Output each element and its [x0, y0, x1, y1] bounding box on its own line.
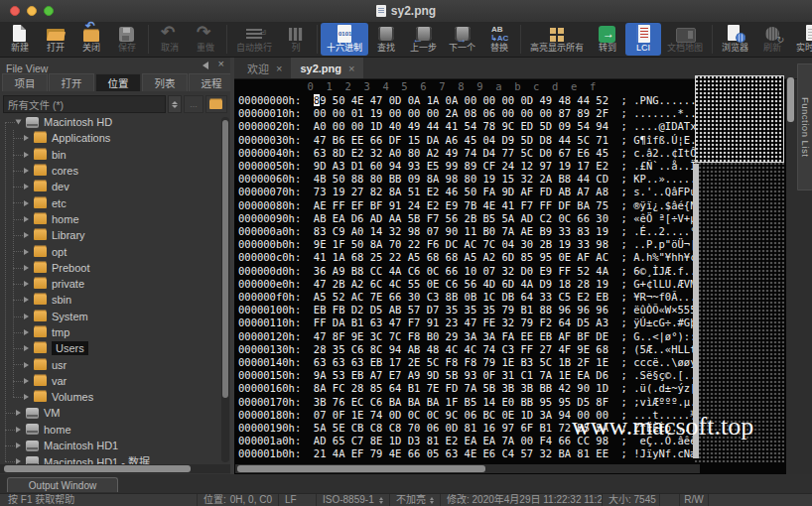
tree-item[interactable]: Users [0, 340, 220, 356]
tree-item[interactable]: Macintosh HD1 - 数据 [0, 453, 220, 464]
document-minimap[interactable] [695, 75, 784, 462]
tree-item[interactable]: System [0, 309, 220, 324]
hex-row[interactable]: 00000110h: FF DA B1 63 47 F7 91 23 47 FE… [238, 316, 734, 329]
scrollbar-thumb[interactable] [222, 120, 228, 398]
expand-arrow-icon[interactable] [24, 232, 29, 238]
hex-row[interactable]: 000000c0h: 41 1A 68 25 22 A5 68 68 A5 A2… [238, 251, 734, 264]
function-list-tab[interactable]: Function List [797, 63, 812, 190]
hex-row[interactable]: 000001b0h: 21 4A EF 79 4E 66 05 63 4E E6… [238, 447, 734, 460]
hex-row[interactable]: 00000030h: 47 B6 EE 66 DF 15 DA A6 45 04… [238, 134, 734, 147]
toolbar-button[interactable]: 文档地图 [661, 23, 709, 56]
file-view-tab[interactable]: 远程 [189, 73, 234, 91]
hex-row[interactable]: 00000120h: 47 8F 9E 3C 7C F8 B0 29 3A 3A… [238, 330, 734, 343]
hex-horizontal-scrollbar[interactable] [235, 464, 700, 473]
expand-arrow-icon[interactable] [24, 184, 29, 190]
tree-item[interactable]: opt [0, 243, 220, 259]
tree-vertical-scrollbar[interactable] [221, 117, 229, 462]
tree-item[interactable]: Macintosh HD [0, 114, 220, 130]
status-line-ending[interactable]: LF [279, 494, 317, 506]
hex-row[interactable]: 00000150h: 9A 53 EB A7 E7 A9 9D 5B 93 0F… [238, 369, 734, 382]
hex-row[interactable]: 00000050h: 9D A3 D1 60 94 93 E5 99 89 CF… [238, 160, 734, 173]
toolbar-button[interactable]: 列 [278, 23, 314, 56]
tree-item[interactable]: VM [0, 405, 220, 421]
expand-arrow-icon[interactable] [24, 200, 29, 206]
expand-arrow-icon[interactable] [24, 281, 29, 287]
hex-row[interactable]: 000000d0h: 36 A9 B8 CC 4A C6 0C 66 10 07… [238, 265, 734, 278]
expand-arrow-icon[interactable] [24, 345, 29, 351]
file-filter-select[interactable]: 所有文件 (*) [3, 95, 166, 113]
expand-arrow-icon[interactable] [24, 135, 29, 141]
hex-row[interactable]: 00000170h: 3B 76 EC C6 BA BA BA 1F B5 14… [238, 396, 734, 409]
hex-row[interactable]: 00000130h: 28 35 C6 8C 94 AB 48 4C 4C 74… [238, 343, 734, 356]
browse-button[interactable]: ... [184, 95, 203, 113]
toolbar-button[interactable]: 取消 [152, 23, 188, 56]
spin-up-icon[interactable] [172, 101, 178, 104]
tree-item[interactable]: tmp [0, 324, 220, 340]
hex-row[interactable]: 000000f0h: A5 52 AC 7E 66 30 C3 8B 0B 1C… [238, 291, 734, 304]
expand-arrow-icon[interactable] [24, 265, 29, 271]
scrollbar-thumb[interactable] [4, 465, 191, 472]
hex-row[interactable]: 00000070h: 73 19 27 82 8A 51 E2 46 50 FA… [238, 186, 734, 198]
expand-arrow-icon[interactable] [16, 427, 21, 433]
close-tab-icon[interactable]: × [348, 63, 354, 74]
toolbar-button[interactable]: 关闭 [73, 23, 109, 56]
filter-spinner[interactable] [168, 95, 182, 113]
hex-row[interactable]: 000000b0h: 9E 1F 50 8A 70 22 F6 DC AC 7C… [238, 238, 734, 251]
encoding-spinner-icon[interactable] [379, 497, 383, 504]
hex-row[interactable]: 00000040h: 63 8D E2 32 A0 80 A2 49 74 D4… [238, 147, 734, 160]
expand-arrow-icon[interactable] [24, 378, 29, 384]
document-tab[interactable]: sy2.png × [291, 58, 363, 78]
toolbar-button[interactable]: 浏览器 [716, 23, 754, 56]
toolbar-button[interactable]: 下一个 [443, 23, 481, 56]
toolbar-button[interactable]: 自动换行 [230, 23, 278, 56]
tree-item[interactable]: cores [0, 163, 220, 179]
hex-row[interactable]: 000000e0h: 47 2B A2 6C 4C 55 0E C6 56 4D… [238, 278, 734, 291]
scrollbar-thumb[interactable] [237, 465, 485, 472]
expand-arrow-icon[interactable] [24, 329, 29, 335]
toolbar-button[interactable]: 重做 [188, 23, 223, 56]
expand-arrow-icon[interactable] [24, 394, 29, 400]
tree-item[interactable]: bin [0, 147, 220, 163]
close-panel-icon[interactable]: × [218, 58, 224, 69]
toolbar-button[interactable]: 实时预览 [790, 23, 812, 56]
tree-item[interactable]: private [0, 276, 220, 292]
tree-item[interactable]: Volumes [0, 389, 220, 405]
expand-arrow-icon[interactable] [24, 297, 29, 303]
hex-row[interactable]: 000000a0h: 83 C9 A0 14 32 98 07 90 11 B0… [238, 225, 734, 238]
toolbar-button[interactable]: 替换 [481, 23, 517, 56]
expand-arrow-icon[interactable] [24, 249, 29, 255]
file-view-tab[interactable]: 位置 [95, 73, 141, 91]
tree-horizontal-scrollbar[interactable] [0, 464, 230, 473]
hex-row[interactable]: 00000160h: 8A FC 28 85 64 B1 7E FD 7A 5B… [238, 382, 734, 395]
toolbar-button[interactable]: LCI [625, 23, 661, 56]
hex-row[interactable]: 00000080h: AE FF EF BF 91 24 E2 E9 7B 4E… [238, 199, 734, 212]
toolbar-button[interactable]: 十六进制 [321, 23, 368, 56]
toolbar-button[interactable]: 查找 [368, 23, 404, 56]
output-window-tab[interactable]: Output Window [7, 477, 118, 492]
expand-arrow-icon[interactable] [24, 362, 29, 368]
hex-row[interactable]: 00000020h: A0 00 00 1D 40 49 44 41 54 78… [238, 120, 734, 133]
minimap-viewport[interactable] [695, 75, 784, 163]
file-view-tab[interactable]: 列表 [142, 73, 188, 91]
tree-item[interactable]: Library [0, 227, 220, 243]
toolbar-button[interactable]: 保存 [109, 23, 145, 56]
collapse-panel-icon[interactable] [203, 62, 208, 69]
tree-item[interactable]: sbin [0, 292, 220, 308]
expand-arrow-icon[interactable] [24, 314, 29, 319]
toolbar-button[interactable]: 刷新 [754, 23, 790, 56]
tree-item[interactable]: etc [0, 194, 220, 210]
status-access-mode[interactable]: R/W [680, 494, 709, 506]
expand-arrow-icon[interactable] [16, 443, 21, 448]
file-view-tab[interactable]: 打开 [49, 73, 94, 91]
tree-item[interactable]: var [0, 373, 220, 389]
hex-row[interactable]: 00000100h: EB FB D2 D5 AB 57 D7 35 35 35… [238, 304, 734, 316]
open-folder-button[interactable] [205, 95, 227, 113]
minimap-scrollbar-thumb[interactable] [787, 77, 794, 122]
tree-item[interactable]: Applications [0, 130, 220, 146]
hex-cursor[interactable]: 8 [314, 94, 320, 106]
expand-arrow-icon[interactable] [24, 216, 29, 222]
highlight-spinner-icon[interactable] [430, 497, 434, 504]
spin-down-icon[interactable] [172, 105, 178, 108]
tree-item[interactable]: Macintosh HD1 [0, 438, 220, 453]
tree-item[interactable]: Preboot [0, 260, 220, 276]
